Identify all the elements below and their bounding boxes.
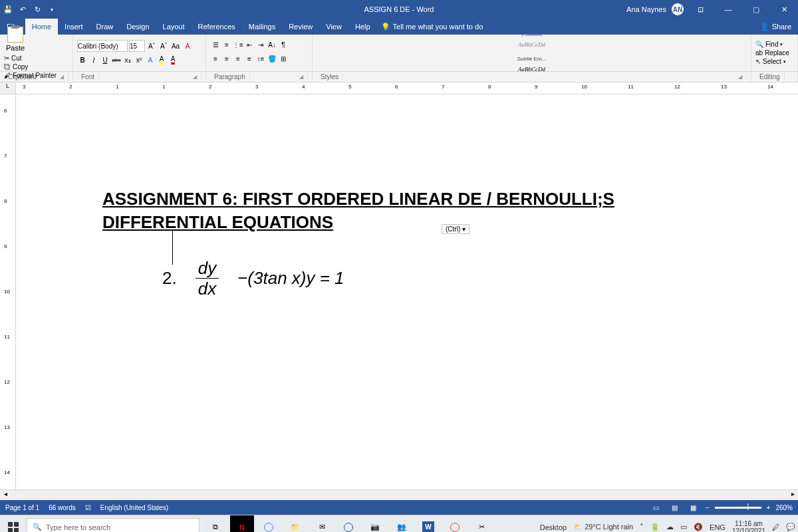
- underline-button[interactable]: U: [100, 54, 110, 66]
- justify-button[interactable]: ≡: [244, 53, 255, 65]
- share-button[interactable]: 👤 Share: [760, 19, 798, 35]
- word-count[interactable]: 66 words: [49, 504, 76, 511]
- tab-home[interactable]: Home: [25, 19, 58, 35]
- style-emphasis[interactable]: AaBbCcDdEmphasis: [515, 64, 549, 72]
- increase-indent-button[interactable]: ⇥: [255, 39, 266, 51]
- ribbon-display-options-icon[interactable]: ⊡: [689, 0, 712, 19]
- minimize-button[interactable]: ―: [717, 0, 739, 19]
- taskbar-app-netflix[interactable]: N: [230, 515, 254, 533]
- document-canvas[interactable]: ASSIGNMENT 6: FIRST ORDERED LINEAR DE / …: [16, 94, 798, 489]
- bold-button[interactable]: B: [77, 54, 88, 66]
- battery-icon[interactable]: 🔋: [650, 523, 660, 531]
- language-indicator[interactable]: English (United States): [100, 504, 168, 511]
- show-hide-button[interactable]: ¶: [278, 39, 289, 51]
- tab-references[interactable]: References: [192, 19, 242, 35]
- font-name-combo[interactable]: [77, 40, 128, 52]
- align-right-button[interactable]: ≡: [233, 53, 243, 65]
- paragraph-dialog-launcher[interactable]: ◢: [295, 74, 308, 80]
- network-icon[interactable]: ▭: [680, 523, 687, 531]
- qat-save-icon[interactable]: 💾: [3, 4, 13, 15]
- clear-formatting-button[interactable]: A: [182, 40, 193, 52]
- shrink-font-button[interactable]: Aˇ: [158, 40, 169, 52]
- qat-undo-icon[interactable]: ↶: [17, 4, 28, 15]
- line-spacing-button[interactable]: ↕≡: [255, 53, 266, 65]
- decrease-indent-button[interactable]: ⇤: [244, 39, 255, 51]
- align-center-button[interactable]: ≡: [221, 53, 232, 65]
- tab-design[interactable]: Design: [120, 19, 156, 35]
- tab-layout[interactable]: Layout: [156, 19, 192, 35]
- style-subtle-em---[interactable]: AaBbCcDdSubtle Em...: [515, 39, 549, 64]
- copy-button[interactable]: ⿻Copy: [4, 63, 68, 70]
- sort-button[interactable]: A↓: [267, 39, 277, 51]
- qat-customise-icon[interactable]: ▾: [47, 4, 57, 15]
- vertical-ruler[interactable]: 67891011121314: [0, 94, 16, 489]
- taskbar-search[interactable]: 🔍 Type here to search: [27, 518, 200, 533]
- taskbar-app-chrome[interactable]: [257, 515, 281, 533]
- paste-button[interactable]: Paste: [4, 27, 27, 52]
- font-dialog-launcher[interactable]: ◢: [189, 74, 201, 80]
- tab-draw[interactable]: Draw: [90, 19, 120, 35]
- taskbar-app-snip[interactable]: ✂: [469, 515, 493, 533]
- taskbar-app-camera[interactable]: 📷: [363, 515, 387, 533]
- horizontal-ruler[interactable]: 3211234567891011121314: [16, 82, 798, 94]
- styles-dialog-launcher[interactable]: ◢: [734, 74, 747, 80]
- scroll-left-arrow[interactable]: ◂: [0, 490, 11, 500]
- page-indicator[interactable]: Page 1 of 1: [5, 504, 39, 511]
- multilevel-list-button[interactable]: ⋮≡: [233, 39, 243, 51]
- desktop-peek-label[interactable]: Desktop: [540, 523, 567, 531]
- zoom-level[interactable]: 260%: [775, 504, 793, 511]
- taskbar-app-chrome-2[interactable]: [443, 515, 467, 533]
- action-center-icon[interactable]: 💬: [786, 523, 795, 531]
- user-avatar[interactable]: AN: [672, 3, 684, 15]
- paste-options-tag[interactable]: (Ctrl) ▾: [442, 224, 469, 234]
- cut-button[interactable]: ✂Cut: [4, 55, 68, 62]
- taskbar-app-edge[interactable]: [336, 515, 360, 533]
- grow-font-button[interactable]: Aˆ: [146, 40, 157, 52]
- find-button[interactable]: 🔍Find ▾: [755, 40, 793, 49]
- print-layout-button[interactable]: ▤: [668, 502, 682, 513]
- tell-me-search[interactable]: 💡 Tell me what you want to do: [381, 19, 483, 35]
- italic-button[interactable]: I: [88, 54, 99, 66]
- zoom-in-button[interactable]: +: [767, 504, 771, 511]
- taskbar-app-mail[interactable]: ✉: [310, 515, 334, 533]
- task-view-button[interactable]: ⧉: [203, 515, 227, 533]
- text-effects-button[interactable]: A: [145, 54, 156, 66]
- tab-insert[interactable]: Insert: [58, 19, 90, 35]
- clock[interactable]: 11:16 am 12/10/2021: [732, 520, 765, 533]
- highlight-button[interactable]: A: [156, 54, 167, 66]
- language-tray[interactable]: ENG: [710, 523, 726, 531]
- taskbar-app-people[interactable]: 👥: [390, 515, 414, 533]
- shading-button[interactable]: 🪣: [267, 53, 277, 65]
- scroll-right-arrow[interactable]: ▸: [787, 490, 798, 500]
- strikethrough-button[interactable]: abc: [111, 54, 122, 66]
- web-layout-button[interactable]: ▦: [687, 502, 700, 513]
- maximize-button[interactable]: ▢: [745, 0, 767, 19]
- tab-review[interactable]: Review: [282, 19, 319, 35]
- tray-chevron-icon[interactable]: ˄: [640, 523, 644, 531]
- tab-view[interactable]: View: [319, 19, 348, 35]
- taskbar-app-explorer[interactable]: 📁: [283, 515, 307, 533]
- close-button[interactable]: ✕: [773, 0, 795, 19]
- align-left-button[interactable]: ≡: [210, 53, 221, 65]
- bullets-button[interactable]: ☰: [210, 39, 221, 51]
- numbering-button[interactable]: ≡: [221, 39, 232, 51]
- font-size-combo[interactable]: [129, 40, 145, 52]
- select-button[interactable]: ↖Select ▾: [755, 57, 793, 66]
- font-color-button[interactable]: A: [168, 54, 178, 66]
- taskbar-app-word[interactable]: W: [416, 515, 440, 533]
- qat-redo-icon[interactable]: ↻: [32, 4, 43, 15]
- superscript-button[interactable]: x²: [134, 54, 144, 66]
- spellcheck-icon[interactable]: ☑: [85, 504, 91, 511]
- weather-widget[interactable]: ⛅ 29°C Light rain: [573, 523, 633, 531]
- zoom-slider[interactable]: [715, 507, 761, 509]
- borders-button[interactable]: ⊞: [278, 53, 289, 65]
- volume-icon[interactable]: 🔇: [694, 523, 703, 531]
- onedrive-icon[interactable]: ☁: [666, 523, 674, 531]
- subscript-button[interactable]: x₂: [122, 54, 133, 66]
- tab-help[interactable]: Help: [348, 19, 377, 35]
- inking-icon[interactable]: 🖊: [772, 523, 779, 531]
- horizontal-scrollbar[interactable]: ◂ ▸: [0, 489, 798, 500]
- tab-mailings[interactable]: Mailings: [242, 19, 282, 35]
- scroll-track[interactable]: [11, 490, 787, 500]
- start-button[interactable]: [0, 515, 27, 533]
